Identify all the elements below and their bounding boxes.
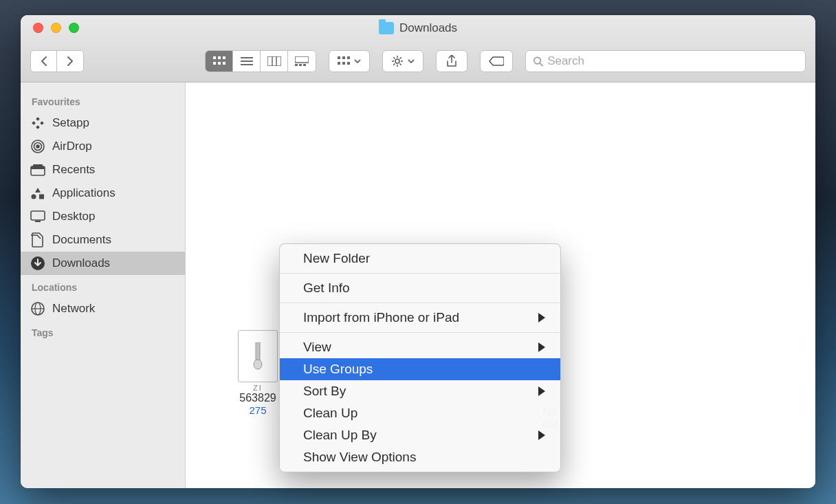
file-type-label: ZI — [253, 384, 263, 392]
back-button[interactable] — [31, 51, 57, 72]
sidebar-item-downloads[interactable]: Downloads — [21, 252, 185, 275]
search-field[interactable] — [525, 50, 806, 72]
sidebar-item-label: Desktop — [52, 210, 95, 223]
group-by-button[interactable] — [329, 50, 370, 72]
svg-rect-2 — [223, 56, 226, 59]
svg-rect-45 — [31, 211, 45, 220]
recents-icon — [30, 162, 45, 177]
menu-item-clean-up[interactable]: Clean Up — [280, 402, 560, 424]
sidebar-item-label: Applications — [52, 186, 116, 200]
zip-icon — [238, 330, 278, 382]
menu-item-label: Show View Options — [303, 450, 416, 465]
sidebar-item-setapp[interactable]: Setapp — [21, 111, 185, 135]
locations-header: Locations — [21, 275, 185, 297]
toolbar — [21, 41, 815, 82]
svg-line-28 — [400, 64, 402, 65]
svg-rect-15 — [303, 64, 306, 66]
menu-item-label: Get Info — [303, 281, 350, 296]
svg-line-30 — [400, 58, 402, 59]
zoom-window-button[interactable] — [69, 23, 79, 33]
svg-line-29 — [393, 64, 395, 65]
submenu-arrow-icon — [538, 430, 545, 440]
sidebar-item-documents[interactable]: Documents — [21, 228, 185, 252]
menu-item-show-view-options[interactable]: Show View Options — [280, 446, 560, 468]
file-subtext: 275 — [249, 404, 266, 416]
menu-separator — [280, 332, 560, 333]
menu-item-sort-by[interactable]: Sort By — [280, 380, 560, 402]
window-title: Downloads — [399, 21, 457, 35]
context-menu: New Folder Get Info Import from iPhone o… — [279, 243, 561, 472]
svg-rect-20 — [342, 62, 345, 65]
menu-item-use-groups[interactable]: Use Groups — [280, 358, 560, 380]
menu-item-clean-up-by[interactable]: Clean Up By — [280, 424, 560, 446]
close-window-button[interactable] — [33, 23, 43, 33]
action-button[interactable] — [382, 50, 424, 72]
menu-separator — [280, 273, 560, 274]
menu-item-view[interactable]: View — [280, 336, 560, 358]
setapp-icon — [30, 116, 45, 131]
svg-rect-3 — [213, 62, 216, 65]
menu-item-new-folder[interactable]: New Folder — [280, 248, 560, 270]
sidebar-item-desktop[interactable]: Desktop — [21, 205, 185, 228]
applications-icon — [30, 186, 45, 201]
nav-segment — [30, 50, 84, 72]
svg-rect-41 — [31, 166, 45, 169]
submenu-arrow-icon — [538, 313, 545, 322]
sidebar-item-label: Documents — [52, 233, 111, 247]
svg-rect-17 — [342, 56, 345, 59]
menu-item-get-info[interactable]: Get Info — [280, 277, 560, 299]
view-gallery-button[interactable] — [288, 51, 316, 72]
minimize-window-button[interactable] — [51, 23, 61, 33]
svg-rect-0 — [213, 56, 216, 59]
svg-rect-16 — [338, 56, 340, 59]
menu-item-label: Use Groups — [303, 362, 373, 377]
downloads-icon — [30, 256, 45, 271]
svg-rect-19 — [338, 62, 340, 65]
view-list-button[interactable] — [233, 51, 261, 72]
menu-item-label: New Folder — [303, 251, 370, 266]
search-input[interactable] — [547, 54, 798, 68]
svg-rect-13 — [295, 64, 298, 66]
view-columns-button[interactable] — [261, 51, 288, 72]
sidebar: Favourites Setapp AirDrop Recents — [21, 83, 186, 488]
share-button[interactable] — [436, 50, 468, 72]
view-icon-button[interactable] — [206, 51, 233, 72]
svg-rect-44 — [39, 195, 44, 199]
network-icon — [30, 301, 45, 316]
forward-button[interactable] — [57, 51, 83, 72]
svg-rect-18 — [347, 56, 350, 59]
menu-separator — [280, 303, 560, 303]
menu-item-label: Sort By — [303, 384, 346, 399]
svg-rect-35 — [40, 121, 44, 125]
svg-rect-1 — [218, 56, 221, 59]
submenu-arrow-icon — [538, 386, 545, 396]
share-icon — [446, 55, 457, 67]
svg-line-32 — [540, 63, 542, 66]
svg-rect-12 — [295, 56, 309, 63]
sidebar-item-applications[interactable]: Applications — [21, 182, 185, 205]
svg-point-43 — [32, 195, 36, 199]
menu-item-label: Clean Up — [303, 406, 358, 421]
sidebar-item-airdrop[interactable]: AirDrop — [21, 135, 185, 158]
sidebar-item-label: AirDrop — [52, 140, 92, 153]
submenu-arrow-icon — [538, 342, 545, 352]
traffic-lights — [21, 23, 79, 33]
svg-rect-46 — [35, 221, 41, 222]
sidebar-item-recents[interactable]: Recents — [21, 158, 185, 182]
tags-button[interactable] — [480, 50, 513, 72]
titlebar: Downloads — [21, 15, 815, 83]
desktop-icon — [30, 209, 45, 224]
sidebar-item-network[interactable]: Network — [21, 297, 185, 320]
svg-point-52 — [254, 360, 262, 369]
sidebar-item-label: Recents — [52, 163, 95, 177]
svg-point-22 — [395, 59, 399, 63]
svg-rect-42 — [33, 164, 43, 166]
svg-rect-36 — [36, 125, 40, 129]
svg-rect-9 — [267, 56, 281, 66]
titlebar-top: Downloads — [21, 15, 815, 41]
gear-icon — [391, 55, 404, 67]
menu-item-import[interactable]: Import from iPhone or iPad — [280, 307, 560, 329]
svg-line-27 — [393, 58, 395, 59]
search-icon — [533, 56, 543, 67]
tag-icon — [489, 56, 504, 66]
